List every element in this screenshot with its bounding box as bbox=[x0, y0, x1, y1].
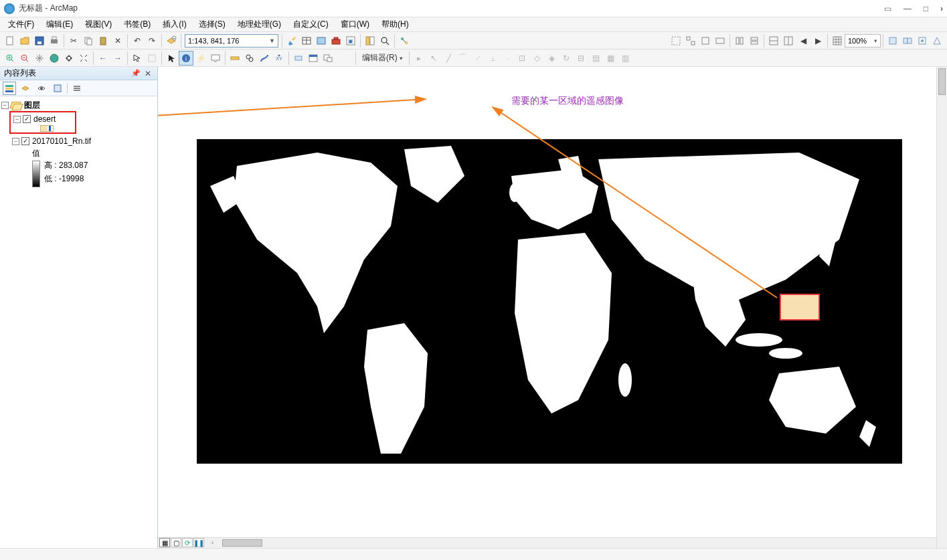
layout-tool4-icon[interactable] bbox=[713, 33, 727, 48]
html-popup-icon[interactable] bbox=[208, 51, 223, 66]
menu-edit[interactable]: 编辑(E) bbox=[41, 17, 78, 31]
find-icon[interactable] bbox=[242, 51, 257, 66]
menu-customize[interactable]: 自定义(C) bbox=[288, 17, 334, 31]
svg-point-72 bbox=[40, 87, 43, 90]
python-icon[interactable]: ▣ bbox=[343, 33, 358, 48]
tree-root-row[interactable]: − 图层 bbox=[1, 99, 156, 111]
redo-icon[interactable]: ↷ bbox=[145, 33, 159, 48]
fixed-zoomout-icon[interactable] bbox=[76, 51, 91, 66]
identify-icon[interactable]: i bbox=[179, 51, 193, 66]
layout-tool-icon[interactable] bbox=[669, 33, 683, 48]
layout-prev-icon[interactable]: ◀ bbox=[796, 33, 810, 48]
layout-tool6-icon[interactable] bbox=[747, 33, 762, 48]
layout-tool8-icon[interactable] bbox=[781, 33, 796, 48]
search-icon[interactable] bbox=[377, 33, 392, 48]
minimize-button[interactable]: — bbox=[903, 4, 912, 13]
refresh-view-icon[interactable]: ⟳ bbox=[182, 538, 193, 547]
data-view-tab[interactable]: ▦ bbox=[159, 538, 170, 547]
save-icon[interactable] bbox=[32, 33, 47, 48]
table-icon[interactable] bbox=[299, 33, 314, 48]
undo-icon[interactable]: ↶ bbox=[130, 33, 145, 48]
zoom-out-icon[interactable] bbox=[17, 51, 32, 66]
menu-help[interactable]: 帮助(H) bbox=[376, 17, 414, 31]
list-by-visibility-icon[interactable] bbox=[35, 82, 48, 95]
maximize-button[interactable]: □ bbox=[924, 4, 928, 13]
prev-extent-icon[interactable]: ← bbox=[96, 51, 110, 66]
menu-geoprocessing[interactable]: 地理处理(G) bbox=[232, 17, 286, 31]
collapse-icon[interactable]: − bbox=[13, 116, 21, 123]
collapse-icon[interactable]: − bbox=[12, 138, 19, 145]
goto-xy-icon[interactable]: XY bbox=[272, 51, 286, 66]
layout-tool2-icon[interactable] bbox=[683, 33, 698, 48]
fixed-zoomin-icon[interactable] bbox=[62, 51, 76, 66]
new-icon[interactable] bbox=[3, 33, 17, 48]
pan-icon[interactable] bbox=[32, 51, 47, 66]
next-button[interactable]: › bbox=[940, 4, 943, 13]
layout-tool7-icon[interactable] bbox=[766, 33, 781, 48]
map-scale-input[interactable]: 1:143, 841, 176 ▼ bbox=[185, 34, 278, 48]
grid-window-icon[interactable] bbox=[314, 33, 329, 48]
menu-select[interactable]: 选择(S) bbox=[193, 17, 231, 31]
vertical-scrollbar[interactable] bbox=[936, 67, 947, 548]
quick-panel-icon[interactable]: ▭ bbox=[884, 4, 891, 13]
delete-icon[interactable]: ✕ bbox=[110, 33, 125, 48]
catalog-icon[interactable] bbox=[363, 33, 377, 48]
zoom-in-icon[interactable] bbox=[3, 51, 17, 66]
map-view[interactable]: 需要的某一区域的遥感图像 bbox=[158, 67, 947, 548]
layout-ds1-icon[interactable] bbox=[885, 33, 900, 48]
horizontal-scrollbar[interactable]: ▦ ▢ ⟳ ❚❚ ‹ bbox=[158, 537, 936, 548]
clear-select-icon[interactable] bbox=[145, 51, 159, 66]
toolbox-icon[interactable] bbox=[329, 33, 343, 48]
collapse-icon[interactable]: − bbox=[1, 102, 9, 109]
titlebar: 无标题 - ArcMap ▭ — □ › bbox=[0, 0, 947, 17]
list-by-selection-icon[interactable] bbox=[51, 82, 64, 95]
select-features-icon[interactable] bbox=[130, 51, 145, 66]
add-data-icon[interactable]: + bbox=[164, 33, 179, 48]
menu-view[interactable]: 视图(V) bbox=[80, 17, 117, 31]
layer-row-desert[interactable]: − ✓ desert bbox=[11, 113, 75, 125]
editor-tool-icon[interactable] bbox=[284, 33, 299, 48]
find-route-icon[interactable] bbox=[257, 51, 272, 66]
list-by-source-icon[interactable] bbox=[19, 82, 32, 95]
time-slider-icon[interactable] bbox=[291, 51, 306, 66]
scrollbar-thumb[interactable] bbox=[222, 539, 262, 547]
layer-checkbox[interactable]: ✓ bbox=[21, 137, 29, 145]
layout-tool5-icon[interactable] bbox=[732, 33, 747, 48]
menu-bookmarks[interactable]: 书签(B) bbox=[118, 17, 156, 31]
full-extent-icon[interactable] bbox=[47, 51, 62, 66]
zoom-percent-input[interactable]: 100% ▾ bbox=[845, 34, 881, 48]
layer-checkbox[interactable]: ✓ bbox=[23, 115, 31, 123]
viewer-window-icon[interactable] bbox=[306, 51, 321, 66]
print-icon[interactable] bbox=[47, 33, 62, 48]
menu-window[interactable]: 窗口(W) bbox=[335, 17, 375, 31]
scrollbar-thumb[interactable] bbox=[938, 68, 946, 95]
select-elements-icon[interactable] bbox=[164, 51, 179, 66]
model-builder-icon[interactable] bbox=[397, 33, 412, 48]
menu-file[interactable]: 文件(F) bbox=[3, 17, 39, 31]
toc-options-icon[interactable] bbox=[70, 82, 84, 95]
pause-draw-icon[interactable]: ❚❚ bbox=[193, 538, 204, 547]
magnifier-window-icon[interactable] bbox=[321, 51, 335, 66]
open-icon[interactable] bbox=[17, 33, 32, 48]
pin-icon[interactable]: 📌 bbox=[129, 69, 143, 78]
layout-next-icon[interactable]: ▶ bbox=[810, 33, 825, 48]
close-icon[interactable]: ✕ bbox=[143, 69, 153, 78]
copy-icon[interactable] bbox=[81, 33, 96, 48]
paste-icon[interactable] bbox=[96, 33, 110, 48]
layout-ds3-icon[interactable] bbox=[915, 33, 930, 48]
layout-view-tab[interactable]: ▢ bbox=[171, 538, 181, 547]
layout-ds2-icon[interactable] bbox=[900, 33, 915, 48]
layout-tool3-icon[interactable] bbox=[698, 33, 713, 48]
menu-insert[interactable]: 插入(I) bbox=[157, 17, 191, 31]
layer-row-raster[interactable]: − ✓ 20170101_Rn.tif bbox=[1, 135, 156, 147]
list-by-drawing-icon[interactable] bbox=[3, 82, 16, 95]
cut-icon[interactable]: ✂ bbox=[66, 33, 81, 48]
layout-ds4-icon[interactable] bbox=[930, 33, 944, 48]
map-canvas[interactable] bbox=[197, 139, 902, 474]
hscroll-left-arrow[interactable]: ‹ bbox=[211, 539, 213, 546]
editor-dropdown[interactable]: 编辑器(R) ▾ bbox=[358, 52, 407, 64]
layout-grid-icon[interactable] bbox=[830, 33, 845, 48]
measure-icon[interactable] bbox=[228, 51, 242, 66]
next-extent-icon[interactable]: → bbox=[110, 51, 125, 66]
hyperlink-icon[interactable]: ⚡ bbox=[193, 51, 208, 66]
